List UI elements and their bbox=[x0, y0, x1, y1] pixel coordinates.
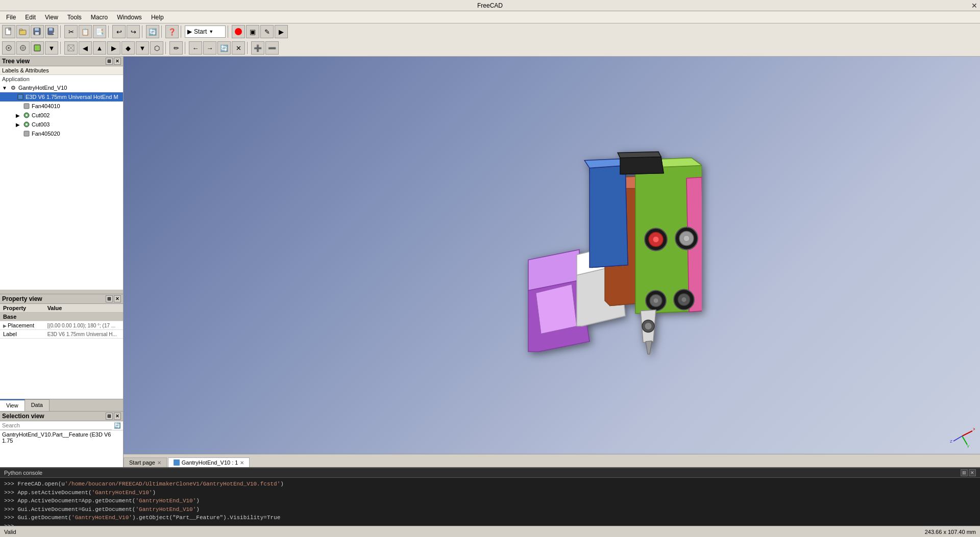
prop-val-placement: [(0.00 0.00 1.00); 180 °; (17 ... bbox=[44, 321, 123, 330]
prop-sync-btn[interactable]: ⊞ bbox=[106, 295, 113, 302]
toolbar2-sep-3 bbox=[185, 42, 187, 54]
start-page-close[interactable]: ✕ bbox=[157, 460, 161, 466]
menu-macro[interactable]: Macro bbox=[87, 13, 112, 22]
console-line-2: >>> App.ActiveDocument=App.getDocument('… bbox=[4, 497, 976, 505]
tb-redo[interactable]: ↪ bbox=[127, 25, 140, 38]
tb-square[interactable]: ▣ bbox=[246, 25, 259, 38]
tb-undo[interactable]: ↩ bbox=[112, 25, 126, 38]
tb-zoom-out[interactable]: ➖ bbox=[265, 41, 279, 55]
svg-rect-15 bbox=[34, 45, 40, 51]
svg-text:+: + bbox=[53, 31, 55, 36]
tb-cut[interactable]: ✂ bbox=[64, 25, 78, 38]
tb-save[interactable] bbox=[31, 25, 44, 38]
gantry-tab-close[interactable]: ✕ bbox=[240, 460, 244, 466]
menu-file[interactable]: File bbox=[2, 13, 20, 22]
tree-view-header: Tree view ⊞ ✕ bbox=[0, 57, 123, 66]
tree-sync-btn[interactable]: ⊞ bbox=[106, 58, 113, 65]
tb-fit-all[interactable] bbox=[2, 41, 15, 55]
tab-gantry[interactable]: GantryHotEnd_V10 : 1 ✕ bbox=[168, 457, 250, 467]
tree-expand-cut002[interactable]: ▶ bbox=[14, 112, 21, 119]
menu-windows[interactable]: Windows bbox=[113, 13, 146, 22]
tree-expand-fan404010 bbox=[14, 103, 21, 110]
property-view-controls: ⊞ ✕ bbox=[106, 295, 121, 302]
svg-marker-43 bbox=[620, 157, 664, 174]
workbench-dropdown[interactable]: ▶ Start ▼ bbox=[185, 25, 226, 38]
tb-refresh[interactable]: 🔄 bbox=[146, 25, 159, 38]
console-line-5: >>> bbox=[4, 522, 976, 526]
tb-help[interactable]: ❓ bbox=[165, 25, 179, 38]
3d-model-svg bbox=[487, 127, 702, 382]
console-close-btn[interactable]: ✕ bbox=[969, 469, 976, 476]
selection-item: GantryHotEnd_V10.Part__Feature (E3D V6 1… bbox=[2, 431, 111, 444]
toolbars: + ✂ 📋 📑 ↩ ↪ 🔄 ❓ ▶ Start ▼ ▣ ✎ ▶ bbox=[0, 23, 980, 57]
svg-point-11 bbox=[8, 47, 10, 49]
tab-view[interactable]: View bbox=[0, 399, 25, 411]
tab-data[interactable]: Data bbox=[25, 399, 50, 411]
tb-zoom-in[interactable]: ➕ bbox=[251, 41, 264, 55]
tree-item-cut003[interactable]: ▶ Cut003 bbox=[0, 120, 123, 129]
menu-help[interactable]: Help bbox=[147, 13, 168, 22]
tb-nav-stop[interactable]: ✕ bbox=[232, 41, 245, 55]
tree-item-e3d[interactable]: E3D V6 1.75mm Universal HotEnd M bbox=[0, 92, 123, 101]
tree-close-btn[interactable]: ✕ bbox=[114, 58, 121, 65]
workbench-icon: ▶ bbox=[187, 28, 192, 35]
tb-paste[interactable]: 📑 bbox=[93, 25, 106, 38]
menu-tools[interactable]: Tools bbox=[63, 13, 86, 22]
tb-record[interactable] bbox=[232, 25, 245, 38]
tb-edit-macro[interactable]: ✎ bbox=[260, 25, 274, 38]
search-refresh-icon[interactable]: 🔄 bbox=[112, 421, 123, 430]
tb-view-home[interactable] bbox=[64, 41, 78, 55]
tree-item-root[interactable]: ▼ ⚙ GantryHotEnd_V10 bbox=[0, 83, 123, 92]
tb-fit-sel[interactable] bbox=[16, 41, 30, 55]
prop-expand-icon[interactable]: ▶ bbox=[3, 323, 7, 328]
viewport[interactable]: X Y Z Start page ✕ GantryHotEnd_V10 : 1 … bbox=[124, 57, 980, 467]
tb-saveas[interactable]: + bbox=[45, 25, 58, 38]
tb-measure[interactable]: ✏ bbox=[169, 41, 183, 55]
tb-nav-next[interactable]: → bbox=[203, 41, 216, 55]
title-bar: FreeCAD ✕ bbox=[0, 0, 980, 11]
tb-open[interactable] bbox=[16, 25, 30, 38]
tb-view-left[interactable]: ▼ bbox=[136, 41, 149, 55]
toolbar-sep-2 bbox=[108, 25, 110, 38]
prop-close-btn[interactable]: ✕ bbox=[114, 295, 121, 302]
tb-view-top[interactable]: ▲ bbox=[93, 41, 106, 55]
sel-sync-btn[interactable]: ⊞ bbox=[106, 413, 113, 420]
tree-item-cut003-label: Cut003 bbox=[32, 121, 50, 127]
labels-title: Labels & Attributes bbox=[2, 67, 49, 73]
tree-expand-root[interactable]: ▼ bbox=[1, 84, 8, 91]
sel-close-btn[interactable]: ✕ bbox=[114, 413, 121, 420]
tb-nav-refresh[interactable]: 🔄 bbox=[217, 41, 231, 55]
menu-view[interactable]: View bbox=[41, 13, 62, 22]
cube-blue-icon bbox=[16, 93, 24, 101]
tb-view-rear[interactable]: ◆ bbox=[121, 41, 135, 55]
tb-run[interactable]: ▶ bbox=[275, 25, 288, 38]
tree-item-fan405020[interactable]: Fan405020 bbox=[0, 129, 123, 138]
tb-new[interactable] bbox=[2, 25, 15, 38]
close-button[interactable]: ✕ bbox=[969, 0, 980, 11]
tb-drawstyle[interactable] bbox=[31, 41, 44, 55]
status-left: Valid bbox=[4, 529, 16, 535]
tb-view-right[interactable]: ▶ bbox=[107, 41, 120, 55]
tb-nav-prev[interactable]: ← bbox=[189, 41, 202, 55]
tree-item-fan404010[interactable]: Fan404010 bbox=[0, 101, 123, 111]
tb-copy[interactable]: 📋 bbox=[79, 25, 92, 38]
tree-scrollbar-x[interactable] bbox=[0, 290, 123, 294]
selection-content: GantryHotEnd_V10.Part__Feature (E3D V6 1… bbox=[0, 430, 123, 467]
tree-item-cut002[interactable]: ▶ Cut002 bbox=[0, 111, 123, 120]
workbench-label: Start bbox=[194, 28, 207, 35]
svg-rect-1 bbox=[9, 28, 11, 30]
console-line-4: >>> Gui.getDocument('GantryHotEnd_V10').… bbox=[4, 514, 976, 522]
svg-text:Y: Y bbox=[967, 444, 970, 449]
viewport-content[interactable]: X Y Z bbox=[124, 57, 980, 454]
tb-drawstyle-arrow[interactable]: ▼ bbox=[45, 41, 58, 55]
tb-view-bottom[interactable]: ⬡ bbox=[150, 41, 163, 55]
console-sync-btn[interactable]: ⊞ bbox=[961, 469, 968, 476]
tree-expand-cut003[interactable]: ▶ bbox=[14, 121, 21, 128]
tb-view-front[interactable]: ◀ bbox=[79, 41, 92, 55]
search-input[interactable] bbox=[0, 421, 112, 430]
console-header: Python console ⊞ ✕ bbox=[0, 468, 980, 478]
prop-col-value: Value bbox=[44, 304, 123, 313]
tab-start-page[interactable]: Start page ✕ bbox=[124, 457, 167, 467]
svg-marker-29 bbox=[536, 284, 577, 334]
menu-edit[interactable]: Edit bbox=[21, 13, 40, 22]
